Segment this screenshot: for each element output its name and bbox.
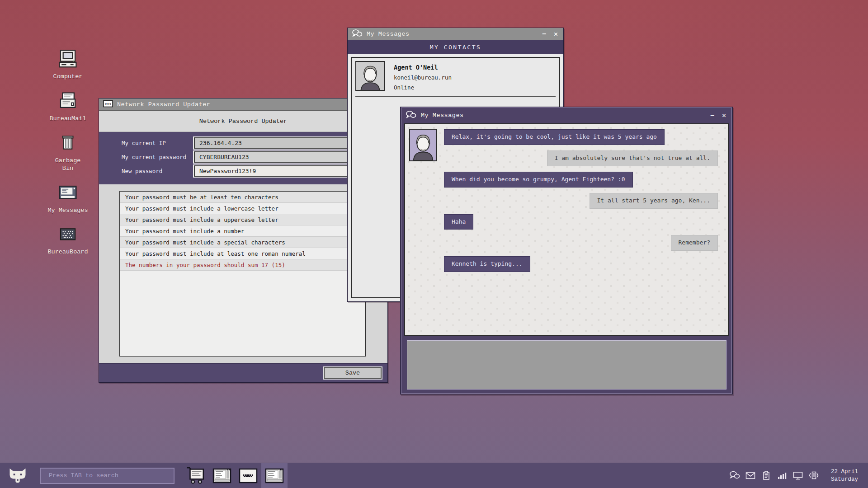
contacts-window-title: My Messages [367,31,410,38]
computer-icon [57,49,78,70]
desktop-icon-column: Computer BureauMail [45,49,90,256]
chat-bubble-incoming: When did you become so grumpy, Agent Eig… [444,172,633,188]
password-window-icon[interactable] [235,463,261,488]
desktop-icon-label: Garbage Bin [55,157,81,173]
npu-titlebar[interactable]: xxx Network Password Updater [99,99,387,111]
garbage-bin-icon [57,133,78,154]
mail-icon[interactable] [745,470,756,481]
field-label-new-password: New password [122,168,194,174]
field-label-current-password: My current password [122,154,194,160]
close-button[interactable]: ✕ [554,31,558,38]
chat-message-input[interactable] [407,340,726,389]
day-line: Saturday [831,476,858,483]
contact-name: Agent O'Neil [394,64,452,71]
contacts-titlebar[interactable]: My Messages − ✕ [348,28,563,40]
stats-icon[interactable] [777,470,788,481]
chat-window-title: My Messages [421,112,464,119]
desktop-icon-label: BureauBoard [47,249,88,256]
message-list: Relax, it's going to be cool, just like … [405,124,728,272]
npu-title: Network Password Updater [117,101,210,108]
desktop: { "colors": { "background_top": "#9c4a54… [0,0,868,488]
contact-email: koneil@bureau.run [394,74,452,81]
password-window-icon: xxx [103,100,113,109]
desktop-icon-bureaumail[interactable]: BureauMail [45,91,90,123]
system-tray [729,470,819,481]
requirement-item: Your password must be at least ten chara… [120,192,365,203]
os-menu-cat-icon[interactable] [8,468,27,484]
close-button[interactable]: ✕ [722,112,726,119]
desktop-icon-label: My Messages [47,207,88,215]
chat-titlebar[interactable]: My Messages − ✕ [401,107,732,123]
svg-text:xxx: xxx [105,102,112,106]
field-label-current-ip: My current IP [122,140,194,146]
chat-bubbles-icon[interactable] [729,470,740,481]
clipboard-icon[interactable] [761,470,772,481]
my-messages-chat-window: My Messages − ✕ Relax, it's going to be … [400,107,733,394]
minimize-button[interactable]: − [542,31,546,38]
desktop-icon-garbage-bin[interactable]: Garbage Bin [45,133,90,173]
desktop-icon-label: BureauMail [49,115,86,123]
my-messages-icon [57,183,78,203]
chat-bubbles-icon [406,110,416,120]
bureauboard-icon [57,224,78,245]
save-button[interactable]: Save [324,367,382,379]
taskbar: 22 April Saturday [0,463,868,488]
npu-body: Your password must be at least ten chara… [99,184,387,363]
requirement-item-alert: The numbers in your password should sum … [120,259,365,271]
npu-footer: Save [99,363,387,382]
taskbar-clock[interactable]: 22 April Saturday [831,468,858,483]
chat-message-area: Relax, it's going to be cool, just like … [404,123,729,336]
desktop-icon-bureauboard[interactable]: BureauBoard [45,224,90,256]
news-cart-icon[interactable] [183,463,209,488]
contact-row-agent-oneil[interactable]: Agent O'Neil koneil@bureau.run Online [355,61,556,97]
my-messages-window-icon[interactable] [261,463,288,488]
monitor-icon[interactable] [793,470,803,481]
network-password-updater-window: xxx Network Password Updater Network Pas… [99,98,388,383]
date-line: 22 April [831,468,858,476]
requirement-item: Your password must include a uppercase l… [120,214,365,225]
desktop-icon-computer[interactable]: Computer [45,49,90,81]
contact-status: Online [394,84,452,91]
typing-indicator-bubble: Kenneth is typing... [444,256,530,272]
requirement-item: Your password must include a number [120,225,365,237]
my-contacts-header: MY CONTACTS [348,40,563,54]
chat-bubbles-icon [352,29,363,39]
chat-bubble-incoming: Relax, it's going to be cool, just like … [444,129,665,145]
requirement-item: Your password must include a lowercase l… [120,203,365,214]
taskbar-app-icons [183,463,288,488]
chat-bubble-outgoing: It all start 5 years ago, Ken... [590,193,718,209]
desktop-icon-label: Computer [53,73,83,81]
password-requirements-list: Your password must be at least ten chara… [119,191,366,357]
npu-form: My current IP My current password New pa… [99,132,387,184]
phone-alert-icon[interactable] [808,470,819,481]
messages-window-icon[interactable] [209,463,235,488]
contact-avatar [355,61,385,91]
desktop-icon-my-messages[interactable]: My Messages [45,183,90,215]
npu-heading: Network Password Updater [99,111,387,132]
chat-bubble-outgoing: I am absolutely sure that's not true at … [547,150,718,166]
chat-bubble-outgoing: Remember? [671,235,718,251]
requirement-item: Your password must include at least one … [120,248,365,259]
bureaumail-icon [57,91,78,112]
chat-bubble-incoming: Haha [444,214,473,230]
search-input[interactable] [40,468,175,484]
requirement-item: Your password must include a special cha… [120,237,365,248]
minimize-button[interactable]: − [710,112,714,119]
